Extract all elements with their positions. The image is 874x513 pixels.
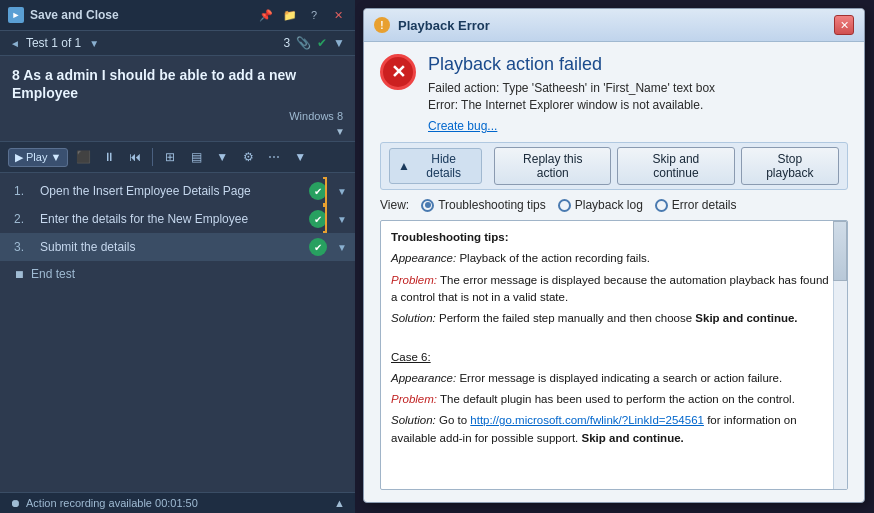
radio-circle-troubleshooting <box>421 199 434 212</box>
action-row: ▲ Hide details Replay this action Skip a… <box>380 142 848 190</box>
replay-action-button[interactable]: Replay this action <box>494 147 611 185</box>
step-check-3: ✔ <box>309 238 327 256</box>
error-circle: ✕ <box>380 54 416 90</box>
view-row: View: Troubleshooting tips Playback log … <box>380 198 848 212</box>
error-header: ✕ Playback action failed Failed action: … <box>380 54 848 134</box>
content-line-5: Problem: The default plugin has been use… <box>391 391 829 408</box>
step-num-3: 3. <box>14 240 32 254</box>
dropdown-arrow-icon[interactable]: ▼ <box>333 36 345 50</box>
toolbar: ▶ Play ▼ ⬛ ⏸ ⏮ ⊞ ▤ ▼ ⚙ ⋯ ▼ <box>0 141 355 173</box>
breadcrumb-arrow-icon: ◄ <box>10 38 20 49</box>
settings-icon-btn[interactable]: ⚙ <box>237 146 259 168</box>
error-info: Playback action failed Failed action: Ty… <box>428 54 848 134</box>
hide-details-arrow-icon: ▲ <box>398 159 410 173</box>
folder-button[interactable]: 📁 <box>281 6 299 24</box>
create-bug-link[interactable]: Create bug... <box>428 119 497 133</box>
step-text-2: Enter the details for the New Employee <box>40 212 301 226</box>
radio-circle-error <box>655 199 668 212</box>
filter-icon-btn[interactable]: ▤ <box>185 146 207 168</box>
step-item-3[interactable]: 3. Submit the details ✔ ▼ <box>0 233 355 261</box>
error-icon: ✕ <box>380 54 416 90</box>
content-line-3: Solution: Perform the failed step manual… <box>391 310 829 327</box>
end-test-row: ⏹ End test <box>0 261 355 287</box>
step-num-2: 2. <box>14 212 32 226</box>
statusbar-message: Action recording available 00:01:50 <box>26 497 198 509</box>
statusbar-collapse-icon[interactable]: ▲ <box>334 497 345 509</box>
hide-details-button[interactable]: ▲ Hide details <box>389 148 482 184</box>
content-line-6: Solution: Go to http://go.microsoft.com/… <box>391 412 829 447</box>
step-dropdown-3[interactable]: ▼ <box>337 242 347 253</box>
help-button[interactable]: ? <box>305 6 323 24</box>
record-icon: ⏺ <box>10 497 21 509</box>
left-titlebar: ► Save and Close 📌 📁 ? ✕ <box>0 0 355 31</box>
collapse-arrow-icon[interactable]: ▼ <box>0 126 355 141</box>
statusbar: ⏺ Action recording available 00:01:50 ▲ <box>0 492 355 513</box>
close-button[interactable]: ✕ <box>329 6 347 24</box>
hide-details-label: Hide details <box>414 152 473 180</box>
radio-circle-playback <box>558 199 571 212</box>
play-label: Play <box>26 151 47 163</box>
pin-button[interactable]: 📌 <box>257 6 275 24</box>
grid-icon-btn[interactable]: ⊞ <box>159 146 181 168</box>
error-x-icon: ✕ <box>391 61 406 83</box>
playback-error-dialog: ! Playback Error ✕ ✕ Playback action fai… <box>363 8 865 503</box>
dialog-title-text: Playback Error <box>398 18 826 33</box>
windows-label: Windows 8 <box>0 108 355 126</box>
content-heading: Troubleshooting tips: <box>391 231 509 243</box>
statusbar-text: ⏺ Action recording available 00:01:50 <box>10 497 198 509</box>
step-num-1: 1. <box>14 184 32 198</box>
play-dropdown-icon[interactable]: ▼ <box>50 151 61 163</box>
radio-troubleshooting[interactable]: Troubleshooting tips <box>421 198 546 212</box>
dialog-close-button[interactable]: ✕ <box>834 15 854 35</box>
error-title: Playback action failed <box>428 54 848 75</box>
check-icon: ✔ <box>317 36 327 50</box>
end-test-icon: ⏹ <box>14 268 25 280</box>
paperclip-icon: 📎 <box>296 36 311 50</box>
dropdown3-icon-btn[interactable]: ▼ <box>289 146 311 168</box>
dialog-titlebar: ! Playback Error ✕ <box>364 9 864 42</box>
content-line-4: Appearance: Error message is displayed i… <box>391 370 829 387</box>
error-message-text: Error: The Internet Explorer window is n… <box>428 98 848 112</box>
breadcrumb: ◄ Test 1 of 1 ▼ 3 📎 ✔ ▼ <box>0 31 355 56</box>
panel-icon: ► <box>8 7 24 23</box>
test-title: 8 As a admin I should be able to add a n… <box>0 56 355 108</box>
stop-playback-button[interactable]: Stop playback <box>741 147 839 185</box>
play-icon: ▶ <box>15 151 23 164</box>
step-dropdown-2[interactable]: ▼ <box>337 214 347 225</box>
radio-label-error: Error details <box>672 198 737 212</box>
error-action-text: Failed action: Type 'Satheesh' in 'First… <box>428 81 848 95</box>
rewind-icon-btn[interactable]: ⏮ <box>124 146 146 168</box>
panel-title: Save and Close <box>30 8 251 22</box>
radio-label-playback: Playback log <box>575 198 643 212</box>
steps-list: 1. Open the Insert Employee Details Page… <box>0 173 355 492</box>
step-text-3: Submit the details <box>40 240 301 254</box>
left-panel: ► Save and Close 📌 📁 ? ✕ ◄ Test 1 of 1 ▼… <box>0 0 355 513</box>
play-button[interactable]: ▶ Play ▼ <box>8 148 68 167</box>
step-item-1[interactable]: 1. Open the Insert Employee Details Page… <box>0 177 355 205</box>
content-line-1: Appearance: Playback of the action recor… <box>391 250 829 267</box>
msft-link[interactable]: http://go.microsoft.com/fwlink/?LinkId=2… <box>470 414 704 426</box>
step-count: 3 <box>283 36 290 50</box>
end-test-label: End test <box>31 267 75 281</box>
dialog-title-icon: ! <box>374 17 390 33</box>
breadcrumb-text: Test 1 of 1 <box>26 36 81 50</box>
dialog-body: ✕ Playback action failed Failed action: … <box>364 42 864 502</box>
step-dropdown-1[interactable]: ▼ <box>337 186 347 197</box>
dropdown2-icon-btn[interactable]: ▼ <box>211 146 233 168</box>
toolbar-separator <box>152 148 153 166</box>
pause-icon-btn[interactable]: ⏸ <box>98 146 120 168</box>
breadcrumb-dropdown-icon[interactable]: ▼ <box>89 38 99 49</box>
radio-error-details[interactable]: Error details <box>655 198 737 212</box>
step-item-2[interactable]: 2. Enter the details for the New Employe… <box>0 205 355 233</box>
scrollbar-thumb[interactable] <box>833 221 847 281</box>
more-icon-btn[interactable]: ⋯ <box>263 146 285 168</box>
radio-playback-log[interactable]: Playback log <box>558 198 643 212</box>
step-text-1: Open the Insert Employee Details Page <box>40 184 301 198</box>
scrollbar-track[interactable] <box>833 221 847 489</box>
content-box: Troubleshooting tips: Appearance: Playba… <box>380 220 848 490</box>
skip-continue-button[interactable]: Skip and continue <box>617 147 735 185</box>
content-case6: Case 6: <box>391 349 829 366</box>
view-label: View: <box>380 198 409 212</box>
stop-icon-btn[interactable]: ⬛ <box>72 146 94 168</box>
radio-label-troubleshooting: Troubleshooting tips <box>438 198 546 212</box>
